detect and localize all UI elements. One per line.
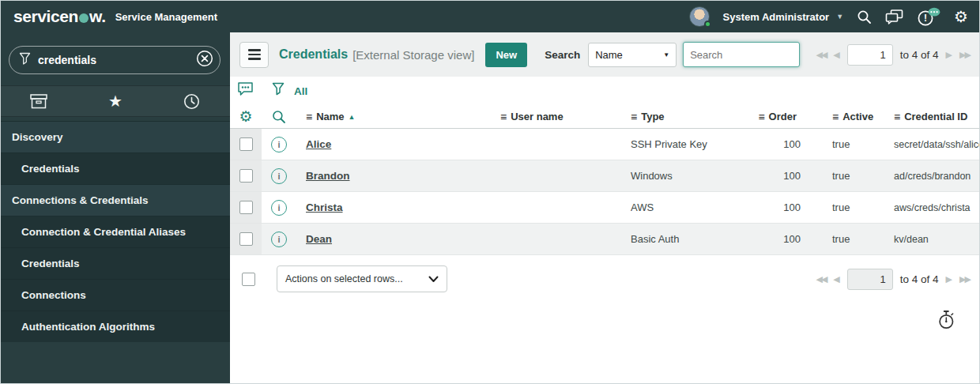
tab-favorites[interactable]: ★ [77, 86, 154, 116]
sidebar-item[interactable]: Authentication Algorithms [1, 311, 230, 342]
info-icon[interactable]: i [271, 168, 287, 184]
breadcrumb-all[interactable]: All [294, 85, 307, 97]
list-search-input[interactable] [683, 42, 800, 67]
user-menu[interactable]: System Administrator [723, 11, 830, 23]
new-button[interactable]: New [485, 43, 527, 67]
column-header[interactable]: Order [767, 111, 826, 123]
column-header[interactable]: Credential ID [888, 111, 979, 123]
next-page-button[interactable]: ▶ [946, 275, 952, 284]
info-icon[interactable]: i [271, 137, 287, 152]
first-page-button[interactable]: ◀◀ [816, 275, 826, 284]
column-menu-icon[interactable] [894, 111, 900, 123]
record-link[interactable]: Alice [306, 138, 331, 150]
record-link[interactable]: Christa [306, 201, 343, 213]
row-checkbox[interactable] [239, 137, 253, 151]
navigator-filter [9, 46, 220, 74]
cell-name: Dean [296, 224, 494, 254]
cell-user-name [494, 160, 624, 191]
actions-select[interactable]: Actions on selected rows... [277, 265, 447, 292]
column-header[interactable]: Active [826, 111, 888, 123]
list-context-menu-button[interactable] [239, 42, 269, 68]
actions-select-value: Actions on selected rows... [285, 273, 403, 284]
cell-active: true [826, 129, 888, 160]
cell-type: AWS [624, 192, 767, 223]
column-header[interactable]: Name ▲ [296, 111, 494, 123]
clear-filter-icon[interactable] [196, 50, 213, 70]
row-checkbox-cell [230, 224, 262, 254]
product-name: Service Management [115, 11, 217, 23]
column-menu-icon[interactable] [500, 111, 507, 123]
servicenow-window: servicenw. Service Management System Adm… [0, 0, 980, 384]
last-page-button[interactable]: ▶▶ [959, 275, 970, 284]
column-menu-icon[interactable] [631, 111, 637, 123]
column-header-label: Active [842, 111, 873, 122]
row-checkbox[interactable] [239, 169, 253, 183]
navigator-filter-input[interactable] [38, 54, 189, 66]
cell-user-name [494, 192, 624, 223]
presence-dot-icon [704, 21, 711, 28]
list-updates-icon[interactable] [237, 81, 254, 100]
previous-page-button[interactable]: ◀ [833, 51, 839, 59]
global-search-icon[interactable] [857, 9, 872, 24]
navigator-tabs: ★ [1, 85, 230, 117]
select-all-checkbox[interactable] [242, 273, 255, 286]
tab-all-applications[interactable] [1, 86, 77, 116]
connect-chat-icon[interactable] [885, 9, 903, 24]
search-column-select[interactable]: Name ▼ [588, 43, 677, 67]
info-icon[interactable]: i [271, 200, 287, 216]
cell-credential-id: kv/dean [888, 224, 979, 254]
table-row: i Dean Basic Auth 100 true kv/dean [230, 224, 979, 255]
list-filter-funnel-icon[interactable] [272, 82, 285, 100]
previous-page-button[interactable]: ◀ [833, 275, 839, 284]
list-search-icon[interactable] [262, 110, 296, 124]
table-row: i Alice SSH Private Key 100 true secret/… [230, 129, 979, 160]
user-menu-caret-icon[interactable]: ▼ [836, 13, 843, 21]
page-number-input[interactable] [847, 269, 893, 290]
sort-ascending-icon: ▲ [349, 113, 356, 121]
sidebar-item[interactable]: Connections & Credentials [1, 184, 230, 216]
breadcrumb: All [230, 77, 979, 105]
first-page-button[interactable]: ◀◀ [816, 51, 826, 59]
settings-gear-icon[interactable]: ⚙ [954, 9, 968, 24]
servicenow-logo[interactable]: servicenw. [13, 7, 106, 26]
table-row: i Brandon Windows 100 true ad/creds/bran… [230, 160, 979, 192]
sidebar-item[interactable]: Credentials [1, 152, 230, 184]
list-footer: Actions on selected rows... ◀◀ ◀ to 4 of… [230, 265, 979, 292]
logo-text-left: servicen [13, 7, 78, 26]
tab-history[interactable] [153, 86, 230, 116]
sidebar-item[interactable]: Connection & Credential Aliases [1, 216, 230, 247]
sidebar-item[interactable]: Discovery [1, 121, 230, 152]
column-menu-icon[interactable] [832, 111, 839, 123]
sidebar-item-label: Authentication Algorithms [21, 321, 155, 333]
sidebar-item[interactable]: Credentials [1, 247, 230, 279]
cell-user-name [494, 224, 624, 254]
column-menu-icon[interactable] [306, 111, 312, 123]
record-link[interactable]: Dean [306, 233, 332, 245]
response-time-stopwatch-icon[interactable] [937, 310, 956, 333]
cell-active: true [826, 160, 888, 191]
table-header-row: ⚙ Name ▲ User name [230, 105, 979, 129]
next-page-button[interactable]: ▶ [946, 51, 952, 59]
row-checkbox[interactable] [239, 201, 253, 214]
sidebar-item-label: Credentials [21, 163, 80, 175]
row-checkbox[interactable] [239, 232, 253, 246]
page-number-input[interactable] [847, 44, 893, 66]
column-menu-icon[interactable] [758, 111, 764, 123]
info-icon[interactable]: i [271, 232, 287, 247]
cell-type: Basic Auth [624, 224, 767, 254]
column-header[interactable]: User name [494, 111, 624, 123]
table-body: i Alice SSH Private Key 100 true secret/… [230, 129, 979, 255]
row-range-label: to 4 of 4 [900, 49, 939, 61]
sidebar-item[interactable]: Connections [1, 279, 230, 311]
help-icon[interactable]: ! [917, 7, 940, 27]
last-page-button[interactable]: ▶▶ [959, 51, 970, 59]
user-avatar[interactable] [689, 6, 710, 27]
cell-type: SSH Private Key [624, 129, 767, 160]
row-info-cell: i [262, 160, 296, 191]
pagination-top: ◀◀ ◀ to 4 of 4 ▶ ▶▶ [816, 44, 970, 66]
list-title[interactable]: Credentials [279, 47, 348, 62]
personalize-list-gear-icon[interactable]: ⚙ [230, 109, 262, 124]
column-header[interactable]: Type [624, 111, 767, 123]
record-link[interactable]: Brandon [306, 170, 350, 182]
filter-funnel-icon [19, 52, 31, 69]
